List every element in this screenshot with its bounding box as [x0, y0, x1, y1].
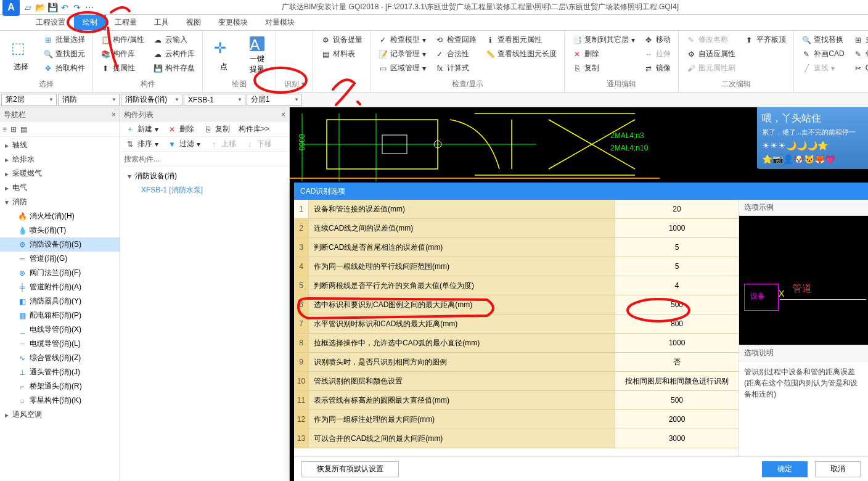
nav-child[interactable]: ⊥通头管件(消)(J): [0, 365, 120, 379]
extract-qty-button[interactable]: A一键提量: [244, 33, 271, 78]
notification[interactable]: 喂，丫头站住 累了，倦了...走不完的前程停一 ☀☀☀🌙🌙🌙⭐ ⭐📷👤🐶🐱🦊💗: [757, 107, 868, 169]
line-button[interactable]: ╱直线 ▾: [799, 62, 846, 75]
option-value[interactable]: 800: [615, 314, 739, 333]
option-row[interactable]: 9识别喷头时，是否只识别相同方向的图例否: [294, 353, 739, 372]
option-value[interactable]: 3000: [615, 429, 739, 448]
option-row[interactable]: 10管线识别的图层和颜色设置按相同图层和相同颜色进行识别: [294, 372, 739, 391]
adaptive-props-button[interactable]: ⚙自适应属性: [684, 47, 738, 60]
copy-to-floor-button[interactable]: 📑复制到其它层 ▾: [570, 33, 637, 46]
new-icon[interactable]: ▱: [22, 2, 33, 13]
option-row[interactable]: 2连续CAD线之间的误差值(mm)1000: [294, 219, 739, 238]
option-value[interactable]: 1000: [615, 334, 739, 352]
nav-child[interactable]: ╪管道附件(消)(A): [0, 280, 120, 294]
draw-cad-button[interactable]: ✎补画CAD: [799, 47, 846, 60]
filter-button[interactable]: ▼过滤 ▾: [165, 138, 203, 150]
option-value[interactable]: 1000: [615, 219, 739, 237]
option-row[interactable]: 7水平管识别时标识和CAD线的最大距离(mm)800: [294, 314, 739, 334]
component-lib-button[interactable]: 📚构件库: [98, 47, 147, 60]
nav-child[interactable]: ⌐桥架通头(消)(R): [0, 379, 120, 393]
delete-button[interactable]: ✕删除: [570, 47, 637, 60]
cancel-button[interactable]: 取消: [815, 461, 861, 477]
option-row[interactable]: 12作为同一组标注处理的最大间距(mm)2000: [294, 410, 739, 429]
region-mgmt-button[interactable]: ▭区域管理 ▾: [375, 62, 428, 75]
align-top-button[interactable]: ⬆平齐板顶: [742, 33, 788, 46]
nav-child[interactable]: 💧喷头(消)(T): [0, 223, 120, 237]
legality-button[interactable]: ✓合法性: [432, 47, 479, 60]
material-table-button[interactable]: ▤材料表: [318, 47, 365, 60]
restore-defaults-button[interactable]: 恢复所有项默认设置: [301, 461, 399, 477]
option-value[interactable]: 5: [615, 257, 739, 276]
option-row[interactable]: 5判断两根线是否平行允许的夹角最大值(单位为度)4: [294, 276, 739, 295]
ok-button[interactable]: 确定: [762, 461, 808, 477]
menu-tools[interactable]: 工具: [145, 15, 178, 30]
move-button[interactable]: ✥移动: [641, 33, 673, 46]
find-element-button[interactable]: 🔍查找图元: [41, 47, 88, 60]
option-value[interactable]: 5: [615, 238, 739, 257]
nav-item[interactable]: ▸电气: [0, 181, 120, 195]
formula-button[interactable]: fx计算式: [432, 62, 479, 75]
select-button[interactable]: ⬚选择: [5, 33, 37, 78]
option-row[interactable]: 3判断CAD线是否首尾相连的误差值(mm)5: [294, 238, 739, 257]
menu-quantity[interactable]: 工程量: [106, 15, 145, 30]
view-props-button[interactable]: ℹ查看图元属性: [483, 33, 559, 46]
menu-change[interactable]: 变更模块: [210, 15, 256, 30]
undo-icon[interactable]: ↶: [59, 2, 70, 13]
nav-child[interactable]: ═管道(消)(G): [0, 252, 120, 266]
option-row[interactable]: 13可以合并的CAD线之间的最大间距(mm)3000: [294, 429, 739, 448]
redo-icon[interactable]: ↷: [72, 2, 83, 13]
break-cad-button[interactable]: ✂CAD线打断 ▾: [851, 62, 868, 75]
nav-item[interactable]: ▾消防: [0, 195, 120, 209]
nav-tool-1[interactable]: ≡: [2, 125, 7, 134]
layer-dropdown[interactable]: 分层1: [247, 94, 302, 106]
menu-compare[interactable]: 对量模块: [256, 15, 303, 30]
sort-button[interactable]: ⇅排序 ▾: [123, 138, 161, 150]
extract-props-button[interactable]: ⬆提属性: [98, 62, 147, 75]
major-dropdown[interactable]: 消防: [58, 94, 120, 106]
component-dropdown[interactable]: XFSB-1: [184, 94, 245, 106]
save-icon[interactable]: 💾: [47, 2, 58, 13]
nav-child[interactable]: ◧消防器具(消)(Y): [0, 294, 120, 308]
nav-item[interactable]: ▸采暖燃气: [0, 166, 120, 181]
nav-child[interactable]: ○零星构件(消)(K): [0, 393, 120, 408]
move-down-button[interactable]: ↓下移: [242, 138, 274, 150]
nav-item[interactable]: ▸通风空调: [0, 408, 120, 422]
floor-dropdown[interactable]: 第2层: [1, 94, 57, 106]
option-row[interactable]: 4作为同一根线处理的平行线间距范围(mm)5: [294, 257, 739, 276]
nav-child[interactable]: ∿综合管线(消)(Z): [0, 351, 120, 365]
view-length-button[interactable]: 📏查看线性图元长度: [483, 47, 559, 60]
option-row[interactable]: 6选中标识和要识别CAD图例之间的最大距离(mm)500: [294, 295, 739, 314]
props-brush-button[interactable]: 🖌图元属性刷: [684, 62, 738, 75]
copy-comp-button[interactable]: ⎘复制: [200, 123, 232, 136]
del-comp-button[interactable]: ✕删除: [165, 123, 197, 136]
check-circuit-button[interactable]: ⟲检查回路: [432, 33, 479, 46]
option-value[interactable]: 20: [615, 200, 739, 218]
option-value[interactable]: 否: [615, 353, 739, 371]
complist-close-icon[interactable]: ×: [281, 110, 285, 119]
type-dropdown[interactable]: 消防设备(消): [121, 94, 182, 106]
menu-view[interactable]: 视图: [178, 15, 210, 30]
group-recognize-label[interactable]: 识别 ▾: [281, 79, 308, 89]
device-qty-button[interactable]: ⚙设备提量: [318, 33, 365, 46]
option-row[interactable]: 1设备和管连接的误差值(mm)20: [294, 200, 739, 219]
option-value[interactable]: 按相同图层和相同颜色进行识别: [615, 372, 739, 390]
cloud-lib-button[interactable]: ☁云构件库: [150, 47, 197, 60]
option-value[interactable]: 4: [615, 276, 739, 295]
nav-child[interactable]: 🔥消火栓(消)(H): [0, 209, 120, 223]
comp-lib-button[interactable]: 构件库>>: [236, 123, 272, 136]
rename-button[interactable]: ✎修改名称: [684, 33, 738, 46]
option-value[interactable]: 500: [615, 391, 739, 409]
component-props-button[interactable]: 📋构件/属性: [98, 33, 147, 46]
nav-tool-3[interactable]: ▤: [20, 125, 27, 134]
nav-item[interactable]: ▸给排水: [0, 152, 120, 166]
new-comp-button[interactable]: ＋新建 ▾: [123, 123, 161, 136]
pick-component-button[interactable]: ✥拾取构件: [41, 62, 88, 75]
option-value[interactable]: 500: [615, 295, 739, 314]
menu-project[interactable]: 工程设置: [27, 15, 74, 30]
copy-button[interactable]: ⎘复制: [570, 62, 637, 75]
option-row[interactable]: 8拉框选择操作中，允许选中CAD弧的最小直径(mm)1000: [294, 334, 739, 353]
nav-child[interactable]: ⚙消防设备(消)(S): [0, 237, 120, 252]
modify-cad-label-button[interactable]: ✎修改CAD标注: [851, 47, 868, 60]
nav-child[interactable]: ▦配电箱柜(消)(P): [0, 308, 120, 323]
more-icon[interactable]: ⋯: [84, 2, 95, 13]
check-model-button[interactable]: ✓检查模型 ▾: [375, 33, 428, 46]
